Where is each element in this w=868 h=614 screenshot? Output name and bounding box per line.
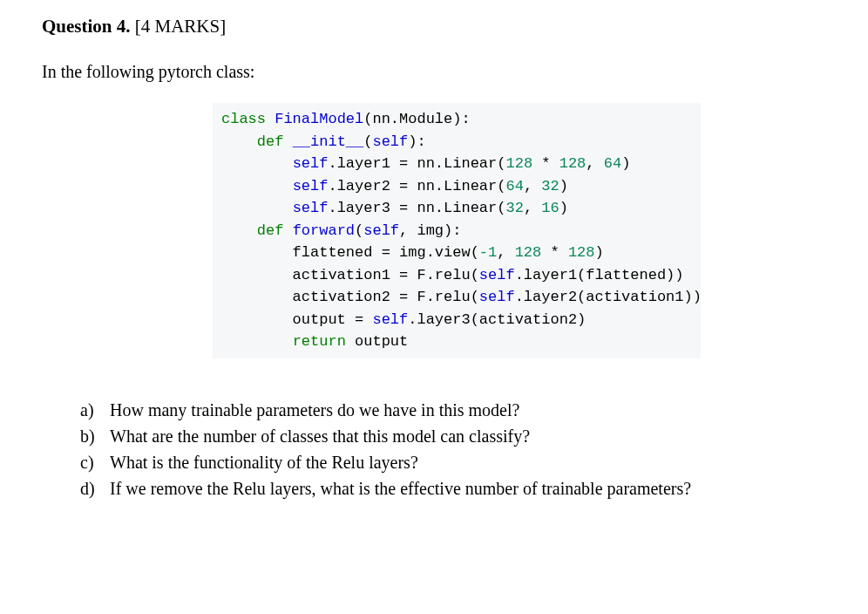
code-line-8: activation1 = F.relu(self.layer1(flatten… bbox=[221, 264, 692, 287]
subquestion-d: d) If we remove the Relu layers, what is… bbox=[80, 475, 826, 501]
subquestion-c: c) What is the functionality of the Relu… bbox=[80, 449, 826, 475]
subquestion-text: How many trainable parameters do we have… bbox=[110, 397, 519, 423]
subquestion-marker: d) bbox=[80, 475, 110, 501]
subquestion-marker: a) bbox=[80, 397, 110, 423]
question-header: Question 4. [4 MARKS] bbox=[42, 16, 826, 38]
code-line-3: self.layer1 = nn.Linear(128 * 128, 64) bbox=[221, 153, 692, 175]
subquestion-text: What are the number of classes that this… bbox=[110, 423, 530, 449]
subquestion-text: What is the functionality of the Relu la… bbox=[110, 449, 418, 475]
code-line-5: self.layer3 = nn.Linear(32, 16) bbox=[221, 197, 692, 220]
subquestion-marker: c) bbox=[80, 449, 110, 475]
subquestion-text: If we remove the Relu layers, what is th… bbox=[110, 475, 691, 501]
code-line-4: self.layer2 = nn.Linear(64, 32) bbox=[221, 175, 692, 198]
code-line-1: class FinalModel(nn.Module): bbox=[221, 108, 692, 131]
code-line-6: def forward(self, img): bbox=[221, 220, 692, 242]
code-line-9: activation2 = F.relu(self.layer2(activat… bbox=[221, 286, 692, 309]
code-block: class FinalModel(nn.Module): def __init_… bbox=[213, 103, 701, 358]
subquestion-b: b) What are the number of classes that t… bbox=[80, 423, 826, 449]
code-line-7: flattened = img.view(-1, 128 * 128) bbox=[221, 242, 692, 264]
code-line-10: output = self.layer3(activation2) bbox=[221, 309, 692, 331]
question-number: Question 4. bbox=[42, 16, 131, 37]
subquestion-a: a) How many trainable parameters do we h… bbox=[80, 397, 826, 423]
question-marks: [4 MARKS] bbox=[135, 16, 226, 37]
code-line-2: def __init__(self): bbox=[221, 131, 692, 154]
page: Question 4. [4 MARKS] In the following p… bbox=[0, 0, 868, 501]
subquestions: a) How many trainable parameters do we h… bbox=[80, 397, 826, 501]
code-line-11: return output bbox=[221, 331, 692, 353]
intro-text: In the following pytorch class: bbox=[42, 62, 826, 82]
subquestion-marker: b) bbox=[80, 423, 110, 449]
